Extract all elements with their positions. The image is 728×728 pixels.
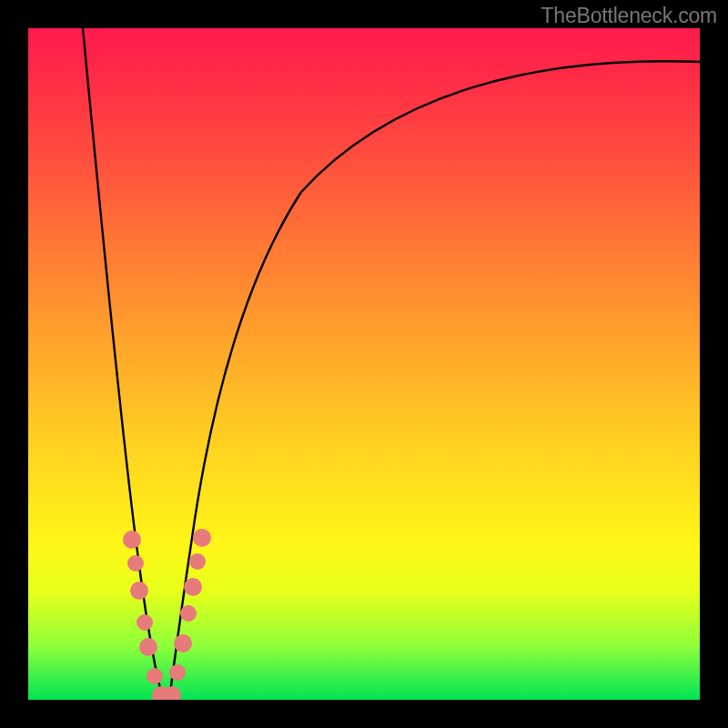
chart-frame: TheBottleneck.com	[0, 0, 728, 728]
data-markers	[123, 529, 211, 700]
data-point	[169, 664, 186, 681]
data-point	[174, 634, 192, 652]
data-point	[136, 614, 153, 631]
watermark-text: TheBottleneck.com	[541, 4, 717, 28]
data-point	[180, 605, 197, 622]
data-point	[130, 581, 148, 600]
data-point	[139, 638, 157, 656]
data-point	[127, 555, 144, 571]
data-point	[189, 553, 206, 570]
plot-area	[28, 28, 700, 700]
data-point	[147, 668, 163, 684]
data-point	[184, 578, 202, 596]
data-point	[123, 531, 141, 549]
left-curve	[83, 28, 163, 700]
right-curve	[169, 61, 700, 700]
chart-svg	[28, 28, 700, 700]
data-point	[193, 529, 211, 547]
